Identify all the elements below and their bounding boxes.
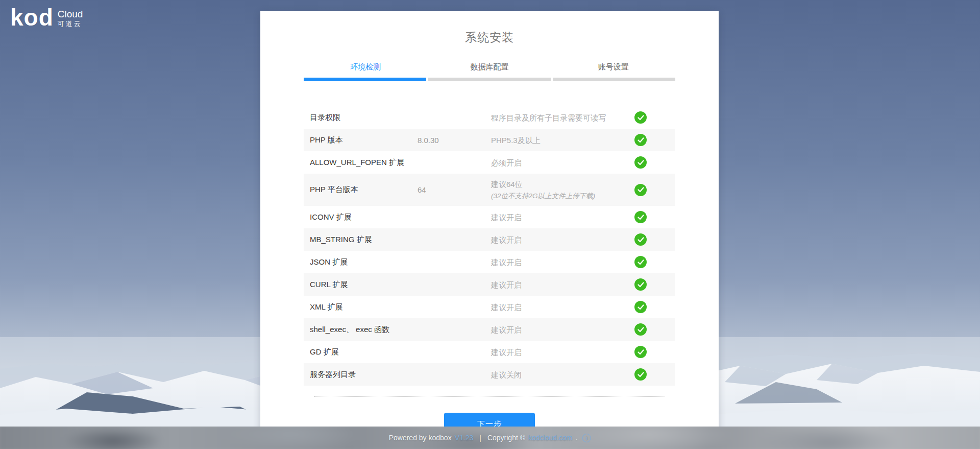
check-label: ALLOW_URL_FOPEN 扩展: [310, 158, 418, 168]
installer-card: 系统安装 环境检测 数据库配置 账号设置 目录权限 程序目录及所有子目录需要可读…: [260, 11, 719, 449]
divider: [314, 396, 665, 397]
powered-by-text: Powered by kodbox: [389, 434, 452, 442]
check-row: MB_STRING 扩展 建议开启: [304, 228, 675, 251]
check-pass-icon: [634, 184, 647, 196]
check-label: PHP 版本: [310, 135, 418, 145]
check-label: GD 扩展: [310, 347, 418, 357]
requirement-text: 建议开启: [491, 348, 522, 357]
copyright-text: Copyright ©: [487, 434, 525, 442]
check-status: [634, 211, 647, 223]
check-requirement: 建议开启: [491, 231, 634, 248]
check-label: PHP 平台版本: [310, 185, 418, 195]
requirement-text: 建议开启: [491, 235, 522, 244]
check-row: PHP 平台版本 64 建议64位 (32位不支持2G以上文件上传下载): [304, 174, 675, 206]
check-requirement: 程序目录及所有子目录需要可读写: [491, 109, 634, 126]
check-pass-icon: [634, 211, 647, 223]
requirement-text: 建议开启: [491, 258, 522, 267]
check-label: MB_STRING 扩展: [310, 235, 418, 245]
logo-kod-text: kod: [10, 4, 54, 31]
info-icon[interactable]: i: [582, 434, 591, 442]
logo-chinese-text: 可道云: [58, 19, 83, 28]
requirement-text: PHP5.3及以上: [491, 136, 541, 145]
check-pass-icon: [634, 278, 647, 291]
install-page: kod Cloud 可道云 系统安装 环境检测 数据库配置 账号设置 目录权限 …: [0, 0, 980, 449]
check-pass-icon: [634, 156, 647, 169]
check-row: ALLOW_URL_FOPEN 扩展 必须开启: [304, 151, 675, 174]
requirement-text: 程序目录及所有子目录需要可读写: [491, 113, 606, 122]
check-requirement: 建议64位 (32位不支持2G以上文件上传下载): [491, 176, 634, 204]
check-pass-icon: [634, 256, 647, 268]
check-row: 目录权限 程序目录及所有子目录需要可读写: [304, 106, 675, 129]
tab-database-config[interactable]: 数据库配置: [428, 59, 552, 78]
check-status: [634, 368, 647, 381]
kodcloud-link[interactable]: kodcloud.com: [528, 434, 572, 442]
requirement-text: 建议64位: [491, 180, 523, 188]
check-row: CURL 扩展 建议开启: [304, 273, 675, 296]
check-value: 64: [418, 185, 491, 194]
logo-cloud-text: Cloud: [58, 9, 83, 19]
page-title: 系统安装: [304, 30, 675, 45]
check-label: ICONV 扩展: [310, 212, 418, 222]
kodcloud-logo: kod Cloud 可道云: [10, 4, 83, 31]
tab-environment-check[interactable]: 环境检测: [304, 59, 428, 78]
requirement-text: 建议开启: [491, 280, 522, 289]
requirement-text: 建议开启: [491, 303, 522, 312]
footer-separator: |: [479, 434, 481, 442]
check-label: CURL 扩展: [310, 280, 418, 290]
check-label: XML 扩展: [310, 302, 418, 312]
check-requirement: 建议开启: [491, 276, 634, 293]
check-pass-icon: [634, 368, 647, 381]
check-row: PHP 版本 8.0.30 PHP5.3及以上: [304, 129, 675, 151]
check-requirement: 建议开启: [491, 254, 634, 271]
check-row: ICONV 扩展 建议开启: [304, 206, 675, 228]
check-value: 8.0.30: [418, 136, 491, 145]
requirement-text: 建议开启: [491, 325, 522, 334]
check-status: [634, 301, 647, 313]
check-requirement: 建议开启: [491, 321, 634, 338]
check-status: [634, 256, 647, 268]
check-requirement: 建议开启: [491, 299, 634, 316]
requirement-text: 建议关闭: [491, 370, 522, 379]
check-status: [634, 184, 647, 196]
installer-tabs: 环境检测 数据库配置 账号设置: [304, 59, 675, 78]
check-requirement: 建议开启: [491, 209, 634, 226]
check-status: [634, 111, 647, 124]
tab-account-settings[interactable]: 账号设置: [551, 59, 675, 78]
check-label: 服务器列目录: [310, 370, 418, 380]
footer-period: .: [575, 434, 577, 442]
check-pass-icon: [634, 134, 647, 146]
check-status: [634, 156, 647, 169]
check-row: GD 扩展 建议开启: [304, 341, 675, 363]
check-requirement: PHP5.3及以上: [491, 132, 634, 149]
check-status: [634, 233, 647, 246]
check-row: shell_exec、 exec 函数 建议开启: [304, 318, 675, 341]
footer-bar: Powered by kodbox V1.23 | Copyright © ko…: [0, 427, 980, 449]
check-pass-icon: [634, 301, 647, 313]
check-label: 目录权限: [310, 113, 418, 123]
check-table: 目录权限 程序目录及所有子目录需要可读写 PHP 版本 8.0.30 PHP5.…: [304, 106, 675, 386]
step-progress-segment-2: [428, 78, 551, 81]
requirement-text: 必须开启: [491, 158, 522, 167]
check-requirement: 建议开启: [491, 344, 634, 361]
check-status: [634, 134, 647, 146]
check-status: [634, 323, 647, 336]
check-pass-icon: [634, 111, 647, 124]
check-row: 服务器列目录 建议关闭: [304, 363, 675, 386]
step-progress-segment-1: [304, 78, 426, 81]
check-status: [634, 346, 647, 358]
check-row: JSON 扩展 建议开启: [304, 251, 675, 273]
check-row: XML 扩展 建议开启: [304, 296, 675, 318]
requirement-note: (32位不支持2G以上文件上传下载): [491, 191, 634, 201]
step-progress-bar: [304, 78, 675, 81]
check-pass-icon: [634, 323, 647, 336]
check-label: shell_exec、 exec 函数: [310, 325, 418, 335]
step-progress-segment-3: [553, 78, 675, 81]
check-label: JSON 扩展: [310, 257, 418, 267]
check-requirement: 必须开启: [491, 154, 634, 171]
requirement-text: 建议开启: [491, 213, 522, 222]
check-pass-icon: [634, 346, 647, 358]
check-status: [634, 278, 647, 291]
check-pass-icon: [634, 233, 647, 246]
version-text: V1.23: [455, 434, 474, 442]
check-requirement: 建议关闭: [491, 366, 634, 383]
